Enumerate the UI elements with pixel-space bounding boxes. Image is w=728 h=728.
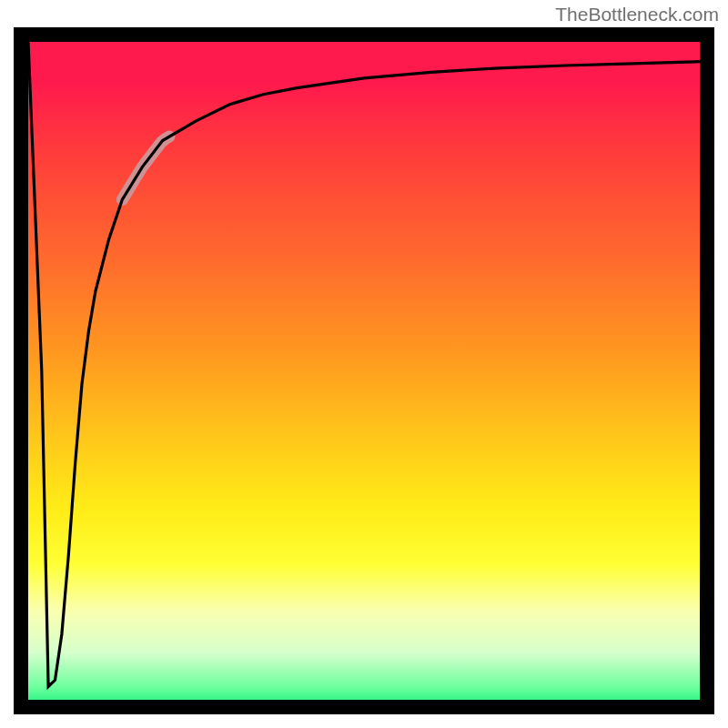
chart-svg (14, 27, 714, 714)
bottleneck-curve-path (28, 42, 700, 687)
attribution-label: TheBottleneck.com (555, 4, 719, 25)
chart-plot-area (14, 27, 714, 714)
